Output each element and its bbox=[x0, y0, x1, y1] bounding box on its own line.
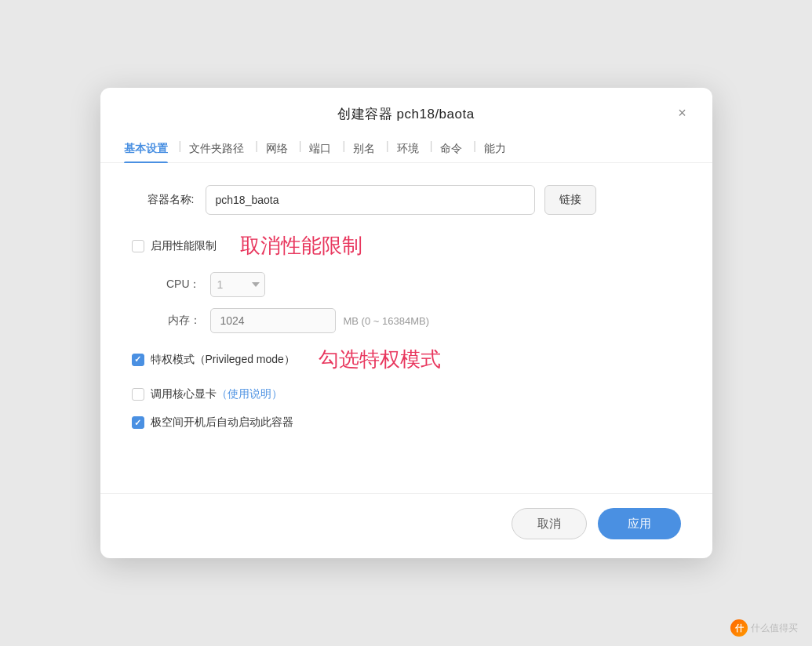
tab-folder-path[interactable]: 文件夹路径 bbox=[189, 136, 244, 162]
tab-alias[interactable]: 别名 bbox=[353, 136, 375, 162]
performance-limit-row: 启用性能限制 取消性能限制 bbox=[132, 232, 681, 259]
tab-basic-settings[interactable]: 基本设置 bbox=[124, 136, 168, 162]
tab-port[interactable]: 端口 bbox=[309, 136, 331, 162]
container-name-input[interactable] bbox=[206, 185, 535, 215]
gpu-checkbox[interactable] bbox=[132, 388, 144, 401]
gpu-checkbox-wrap[interactable]: 调用核心显卡 bbox=[132, 387, 217, 401]
cpu-row: CPU： 1 2 4 bbox=[154, 272, 681, 297]
dialog-title: 创建容器 pch18/baota bbox=[337, 105, 474, 123]
privileged-annotation: 勾选特权模式 bbox=[319, 346, 441, 373]
create-container-dialog: 创建容器 pch18/baota × 基本设置 | 文件夹路径 | 网络 | 端… bbox=[100, 88, 712, 558]
dialog-header: 创建容器 pch18/baota × bbox=[100, 88, 712, 123]
tab-environment[interactable]: 环境 bbox=[397, 136, 419, 162]
dialog-body: 容器名称: 链接 启用性能限制 取消性能限制 CPU： 1 2 4 bbox=[100, 163, 712, 493]
privileged-checkbox-wrap[interactable]: 特权模式（Privileged mode） bbox=[132, 353, 295, 367]
watermark-logo: 什 bbox=[730, 619, 748, 637]
close-button[interactable]: × bbox=[672, 102, 694, 124]
tab-sep-7: | bbox=[473, 140, 476, 158]
watermark: 什 什么值得买 bbox=[730, 619, 798, 637]
privileged-checkbox[interactable] bbox=[132, 354, 144, 366]
container-name-row: 容器名称: 链接 bbox=[132, 185, 681, 215]
cpu-select-wrap: 1 2 4 bbox=[210, 272, 265, 297]
link-button[interactable]: 链接 bbox=[544, 185, 596, 215]
performance-limit-checkbox-wrap[interactable]: 启用性能限制 bbox=[132, 239, 217, 253]
performance-limit-label: 启用性能限制 bbox=[151, 239, 217, 253]
memory-unit: MB (0 ~ 16384MB) bbox=[344, 315, 429, 327]
autostart-checkbox[interactable] bbox=[132, 416, 144, 429]
gpu-help-link[interactable]: （使用说明） bbox=[217, 387, 282, 401]
memory-label: 内存： bbox=[154, 314, 201, 328]
tab-sep-3: | bbox=[299, 140, 302, 158]
performance-annotation: 取消性能限制 bbox=[240, 232, 362, 259]
tab-sep-1: | bbox=[179, 140, 182, 158]
tab-sep-2: | bbox=[255, 140, 258, 158]
cpu-label: CPU： bbox=[154, 278, 201, 292]
tab-sep-6: | bbox=[430, 140, 433, 158]
tab-network[interactable]: 网络 bbox=[266, 136, 288, 162]
autostart-row: 极空间开机后自动启动此容器 bbox=[132, 416, 681, 430]
tab-command[interactable]: 命令 bbox=[440, 136, 462, 162]
gpu-label: 调用核心显卡 bbox=[151, 387, 217, 401]
privileged-label: 特权模式（Privileged mode） bbox=[151, 353, 295, 367]
cpu-select[interactable]: 1 2 4 bbox=[210, 272, 265, 297]
privileged-mode-row: 特权模式（Privileged mode） 勾选特权模式 bbox=[132, 346, 681, 373]
autostart-checkbox-wrap[interactable]: 极空间开机后自动启动此容器 bbox=[132, 416, 293, 430]
tab-capability[interactable]: 能力 bbox=[484, 136, 506, 162]
memory-row: 内存： MB (0 ~ 16384MB) bbox=[154, 308, 681, 333]
memory-input[interactable] bbox=[210, 308, 336, 333]
dialog-footer: 取消 应用 bbox=[100, 493, 712, 558]
performance-limit-checkbox[interactable] bbox=[132, 240, 144, 252]
tabs-bar: 基本设置 | 文件夹路径 | 网络 | 端口 | 别名 | 环境 | 命令 | … bbox=[100, 123, 712, 163]
cpu-memory-subform: CPU： 1 2 4 内存： MB (0 ~ 16384MB) bbox=[154, 272, 681, 333]
tab-sep-4: | bbox=[342, 140, 345, 158]
gpu-row: 调用核心显卡 （使用说明） bbox=[132, 387, 681, 401]
watermark-text: 什么值得买 bbox=[751, 622, 798, 635]
container-name-label: 容器名称: bbox=[132, 193, 195, 207]
cancel-button[interactable]: 取消 bbox=[512, 508, 587, 539]
apply-button[interactable]: 应用 bbox=[598, 508, 681, 539]
tab-sep-5: | bbox=[386, 140, 389, 158]
autostart-label: 极空间开机后自动启动此容器 bbox=[151, 416, 293, 430]
